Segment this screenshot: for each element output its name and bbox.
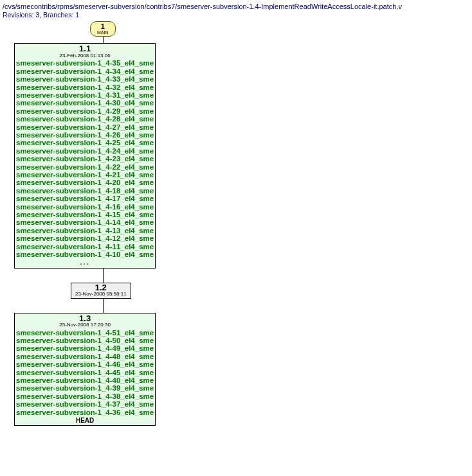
tag-label: smeserver-subversion-1_4-32_el4_sme	[16, 84, 154, 91]
tag-label: smeserver-subversion-1_4-10_el4_sme	[16, 251, 154, 258]
tag-label: smeserver-subversion-1_4-22_el4_sme	[16, 163, 154, 171]
tag-label: smeserver-subversion-1_4-15_el4_sme	[16, 211, 154, 218]
revision-node-1-2[interactable]: 1.2 23-Nov-2008 05:58:11	[71, 283, 131, 299]
tag-list: smeserver-subversion-1_4-35_el4_smesmese…	[16, 59, 154, 258]
tag-label: smeserver-subversion-1_4-29_el4_sme	[16, 107, 154, 115]
revision-date: 23-Nov-2008 05:58:11	[75, 292, 127, 297]
tag-list: smeserver-subversion-1_4-51_el4_smesmese…	[16, 329, 154, 416]
tag-label: smeserver-subversion-1_4-49_el4_sme	[16, 344, 154, 352]
tag-label: smeserver-subversion-1_4-36_el4_sme	[16, 409, 154, 416]
revision-graph: 1 MAIN 1.1 23-Feb-2008 01:13:06 smeserve…	[3, 21, 469, 426]
tag-label: smeserver-subversion-1_4-26_el4_sme	[16, 131, 154, 139]
tag-label: smeserver-subversion-1_4-27_el4_sme	[16, 123, 154, 131]
tag-label: smeserver-subversion-1_4-50_el4_sme	[16, 337, 154, 344]
tag-label: smeserver-subversion-1_4-18_el4_sme	[16, 187, 154, 195]
tag-label: smeserver-subversion-1_4-13_el4_sme	[16, 227, 154, 234]
tag-label: smeserver-subversion-1_4-46_el4_sme	[16, 360, 154, 368]
branch-node-main[interactable]: 1 MAIN	[90, 21, 116, 37]
tag-label: smeserver-subversion-1_4-14_el4_sme	[16, 218, 154, 226]
revision-number: 1.2	[75, 283, 127, 292]
tag-label: smeserver-subversion-1_4-48_el4_sme	[16, 353, 154, 360]
tag-label: smeserver-subversion-1_4-33_el4_sme	[16, 75, 154, 83]
tag-label: smeserver-subversion-1_4-24_el4_sme	[16, 147, 154, 155]
revision-number: 1.1	[16, 44, 154, 53]
revision-node-1-1[interactable]: 1.1 23-Feb-2008 01:13:06 smeserver-subve…	[14, 43, 156, 268]
branch-name: MAIN	[97, 30, 109, 35]
revision-date: 25-Nov-2008 17:20:30	[16, 322, 154, 328]
tag-label: smeserver-subversion-1_4-30_el4_sme	[16, 99, 154, 107]
branch-number: 1	[101, 22, 105, 30]
connector-line	[103, 37, 104, 43]
tag-label: smeserver-subversion-1_4-31_el4_sme	[16, 91, 154, 99]
connector-line	[103, 299, 104, 313]
tag-label: smeserver-subversion-1_4-17_el4_sme	[16, 195, 154, 202]
tag-label: smeserver-subversion-1_4-16_el4_sme	[16, 203, 154, 211]
tag-label: smeserver-subversion-1_4-21_el4_sme	[16, 171, 154, 179]
revision-date: 23-Feb-2008 01:13:06	[16, 53, 154, 58]
tag-label: smeserver-subversion-1_4-25_el4_sme	[16, 139, 154, 146]
head-label: HEAD	[16, 417, 154, 424]
tag-label: smeserver-subversion-1_4-51_el4_sme	[16, 329, 154, 337]
tag-label: smeserver-subversion-1_4-11_el4_sme	[16, 243, 154, 251]
tag-label: smeserver-subversion-1_4-35_el4_sme	[16, 59, 154, 67]
tag-label: smeserver-subversion-1_4-38_el4_sme	[16, 392, 154, 400]
tag-label: smeserver-subversion-1_4-40_el4_sme	[16, 376, 154, 384]
connector-line	[103, 269, 104, 283]
tag-label: smeserver-subversion-1_4-34_el4_sme	[16, 67, 154, 75]
tag-label: smeserver-subversion-1_4-20_el4_sme	[16, 179, 154, 186]
tag-label: smeserver-subversion-1_4-23_el4_sme	[16, 155, 154, 163]
revision-number: 1.3	[16, 314, 154, 323]
revision-node-1-3[interactable]: 1.3 25-Nov-2008 17:20:30 smeserver-subve…	[14, 313, 156, 427]
tag-label: smeserver-subversion-1_4-45_el4_sme	[16, 369, 154, 376]
tag-label: smeserver-subversion-1_4-37_el4_sme	[16, 400, 154, 408]
file-meta: Revisions: 3, Branches: 1	[3, 11, 469, 19]
tag-label: smeserver-subversion-1_4-39_el4_sme	[16, 384, 154, 392]
tag-label: smeserver-subversion-1_4-28_el4_sme	[16, 115, 154, 123]
more-ellipsis: ...	[16, 258, 154, 266]
file-path: /cvs/smecontribs/rpms/smeserver-subversi…	[3, 3, 469, 11]
tag-label: smeserver-subversion-1_4-12_el4_sme	[16, 234, 154, 242]
